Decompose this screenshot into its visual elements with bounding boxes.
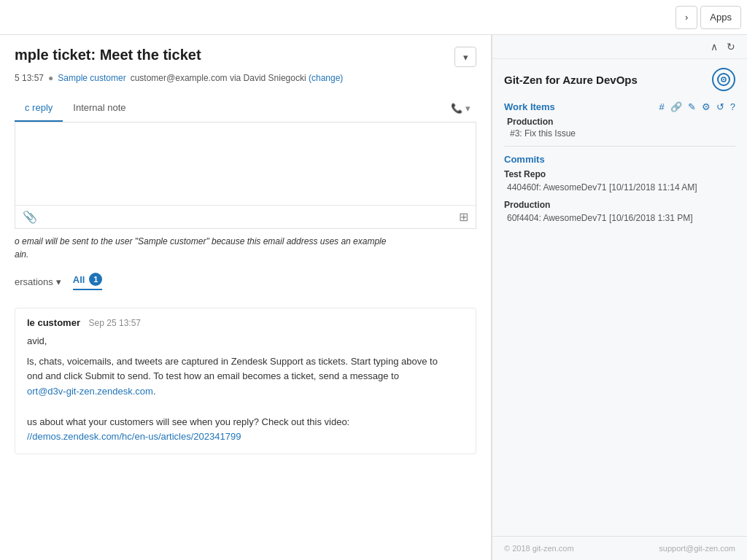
commit-group-name-test-repo: Test Repo [504,169,735,179]
svg-point-2 [723,79,724,80]
collapse-icon: ∧ [711,41,718,52]
commits-link[interactable]: Commits [504,154,545,165]
gitzen-content: Git-Zen for Azure DevOps Work Items # 🔗 … [492,59,747,536]
commits-section-header: Commits [504,154,735,165]
conversations-chevron: ▾ [56,276,61,287]
apps-button[interactable]: Apps [700,6,741,29]
warning-text: o email will be sent to the user "Sample… [15,235,476,261]
footer-support: support@git-zen.com [659,544,735,553]
commit-entry-1: 440460f: AwesomeDev71 [10/11/2018 11:14 … [507,181,735,194]
gitzen-header-row: Git-Zen for Azure DevOps [504,68,735,91]
message-date: Sep 25 13:57 [89,318,141,328]
help-icon[interactable]: ? [730,101,735,112]
reply-tabs: c reply Internal note 📞 ▾ [15,95,476,122]
tab-public-reply[interactable]: c reply [15,95,63,122]
section-divider [504,146,735,147]
link-icon[interactable]: 🔗 [670,101,682,112]
gitzen-logo-svg [716,72,731,87]
phone-chevron: ▾ [465,103,471,114]
reply-textarea[interactable] [15,122,476,203]
refresh-button[interactable]: ↻ [722,39,740,54]
snippet-icon[interactable]: ⊞ [459,210,468,224]
hash-icon[interactable]: # [659,101,665,112]
reply-toolbar: 📎 ⊞ [15,205,476,228]
ticket-meta: 5 13:57 ● Sample customer customer@examp… [15,73,476,83]
commit-group-test-repo: Test Repo 440460f: AwesomeDev71 [10/11/2… [504,169,735,194]
conversations-dropdown[interactable]: ersations ▾ [15,276,61,287]
ticket-date: 5 13:57 [15,73,44,83]
tab-all-label: All [73,274,85,285]
tab-internal-note[interactable]: Internal note [63,95,136,122]
commit-entry-2: 60f4404: AwesomeDev71 [10/16/2018 1:31 P… [507,211,735,225]
zendesk-email-link[interactable]: ort@d3v-git-zen.zendesk.com [27,386,153,397]
conversations-header: ersations ▾ All 1 [15,273,476,296]
gitzen-top-bar: ∧ ↻ [492,35,747,59]
top-bar: › Apps [0,0,747,35]
collapse-button[interactable]: ∧ [706,39,722,54]
message-body: ls, chats, voicemails, and tweets are ca… [27,354,464,446]
gitzen-panel: ∧ ↻ Git-Zen for Azure DevOps [492,35,747,560]
apps-label: Apps [710,12,732,23]
commit-group-production: Production 60f4404: AwesomeDev71 [10/16/… [504,200,735,225]
tab-all-badge: 1 [89,273,102,286]
phone-icon-area[interactable]: 📞 ▾ [445,96,476,121]
refresh-icon: ↻ [727,41,735,52]
cycle-icon[interactable]: ↺ [716,101,724,112]
work-items-icons: # 🔗 ✎ ⚙ ↺ ? [659,101,735,112]
work-item-group-production: Production #3: Fix this Issue [504,117,735,139]
settings-icon[interactable]: ⚙ [702,101,711,112]
message-header: le customer Sep 25 13:57 [27,317,464,328]
commit-group-name-production: Production [504,200,735,210]
customer-link[interactable]: Sample customer [58,73,125,83]
chevron-button[interactable]: › [676,6,697,29]
work-items-section-header: Work Items # 🔗 ✎ ⚙ ↺ ? [504,101,735,112]
video-link[interactable]: //demos.zendesk.com/hc/en-us/articles/20… [27,431,241,442]
main-layout: mple ticket: Meet the ticket ▾ 5 13:57 ●… [0,35,747,560]
message-author: le customer [27,317,80,328]
tab-all[interactable]: All 1 [73,273,103,290]
meta-dot: ● [48,73,53,83]
work-item-group-name: Production [507,117,735,127]
ticket-title: mple ticket: Meet the ticket [15,47,201,63]
gitzen-title: Git-Zen for Azure DevOps [504,74,638,86]
reply-tabs-left: c reply Internal note [15,95,136,122]
footer-copyright: © 2018 git-zen.com [504,544,574,553]
meta-email: customer@example.com via David Sniegocki… [131,73,344,83]
pencil-icon[interactable]: ✎ [688,101,696,112]
ticket-panel: mple ticket: Meet the ticket ▾ 5 13:57 ●… [0,35,492,560]
work-items-link[interactable]: Work Items [504,101,555,112]
gitzen-logo-icon [712,68,735,91]
reply-area: 📎 ⊞ [15,122,476,229]
message-block: le customer Sep 25 13:57 avid, ls, chats… [15,308,476,454]
dropdown-icon: ▾ [463,52,468,63]
change-link[interactable]: (change) [309,73,343,83]
phone-icon: 📞 [451,103,462,114]
ticket-dropdown-button[interactable]: ▾ [454,47,476,67]
chevron-icon: › [685,12,688,23]
gitzen-footer: © 2018 git-zen.com support@git-zen.com [492,536,747,560]
message-greeting: avid, [27,334,464,349]
ticket-header: mple ticket: Meet the ticket ▾ [15,47,476,67]
attach-icon[interactable]: 📎 [23,210,37,224]
work-item-entry: #3: Fix this Issue [510,128,735,139]
